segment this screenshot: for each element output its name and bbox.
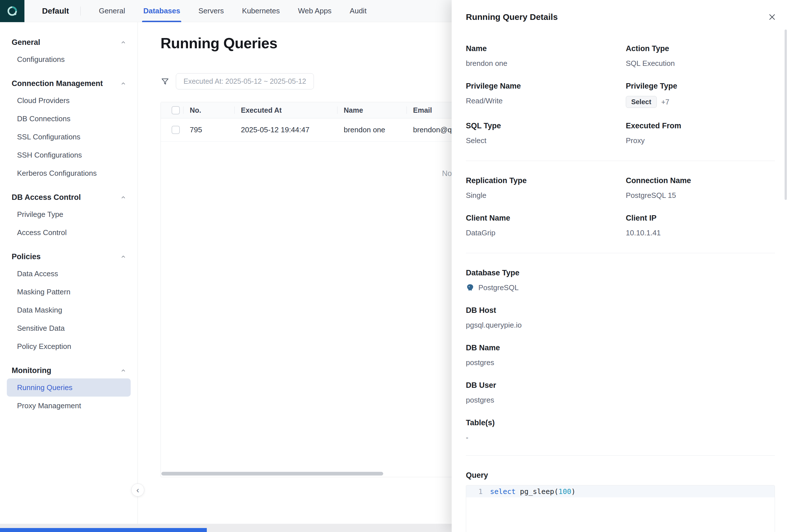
nav-divider [80,6,81,16]
cell-no: 795 [183,125,234,134]
chevron-up-icon [120,40,126,45]
sidebar-item-policy-exception[interactable]: Policy Exception [7,337,131,355]
field-db-user: DB User postgres [466,381,775,405]
code-token: ) [571,487,575,496]
code-token: pg_sleep( [516,487,558,496]
field-label: Query [466,470,775,480]
close-button[interactable] [766,11,779,23]
app-logo[interactable] [0,0,24,22]
field-privilege-name: Privilege Name Read/Write [466,81,626,108]
nav-tab-databases[interactable]: Databases [143,0,180,22]
cell-name: brendon one [337,125,407,134]
field-database-type: Database Type PostgreSQL [466,268,775,292]
row-checkbox[interactable] [172,126,180,134]
field-value: PostgreSQL [478,283,519,292]
workspace-selector[interactable]: Default [42,6,69,16]
field-value: postgres [466,358,775,367]
column-header-no[interactable]: No. [183,106,234,115]
sidebar-item-privilege-type[interactable]: Privilege Type [7,205,131,223]
code-content: select pg_sleep(100) [490,487,575,496]
sidebar-section-connection-management: Connection Management Cloud Providers DB… [0,76,137,182]
section-divider [466,455,775,456]
field-replication-type: Replication Type Single [466,176,626,200]
sidebar-item-kerberos-configurations[interactable]: Kerberos Configurations [7,164,131,182]
sidebar-section-header-monitoring[interactable]: Monitoring [0,363,137,378]
nav-tab-kubernetes[interactable]: Kubernetes [242,0,280,22]
filter-funnel-icon[interactable] [160,77,170,86]
sidebar-item-ssh-configurations[interactable]: SSH Configurations [7,146,131,164]
sidebar-item-cloud-providers[interactable]: Cloud Providers [7,91,131,109]
bottom-accent-bar [0,528,207,532]
sidebar-collapse-button[interactable]: ‹ [131,484,144,496]
field-label: DB Host [466,305,775,315]
sidebar-item-data-masking[interactable]: Data Masking [7,301,131,319]
sidebar-section-title: DB Access Control [12,193,81,202]
sidebar-section-policies: Policies Data Access Masking Pattern Dat… [0,249,137,355]
field-db-host: DB Host pgsql.querypie.io [466,305,775,330]
field-value: PostgreSQL 15 [626,190,775,200]
field-db-name: DB Name postgres [466,343,775,367]
nav-tab-general[interactable]: General [99,0,125,22]
sidebar-section-header-general[interactable]: General [0,35,137,50]
field-value: SQL Execution [626,59,775,68]
code-token-number: 100 [558,487,571,496]
field-client-ip: Client IP 10.10.1.41 [626,213,775,238]
select-all-checkbox[interactable] [172,106,180,115]
nav-tab-web-apps[interactable]: Web Apps [298,0,332,22]
chevron-up-icon [120,368,126,374]
chevron-up-icon [120,81,126,87]
field-connection-name: Connection Name PostgreSQL 15 [626,176,775,200]
sidebar-item-sensitive-data[interactable]: Sensitive Data [7,319,131,337]
header-select-all-cell [161,106,183,115]
field-value: 10.10.1.41 [626,228,775,238]
sidebar-section-title: Connection Management [12,79,103,88]
sidebar-section-db-access-control: DB Access Control Privilege Type Access … [0,190,137,242]
sidebar-item-ssl-configurations[interactable]: SSL Configurations [7,128,131,146]
sidebar-section-title: Policies [12,252,41,261]
field-value: Read/Write [466,96,626,106]
sidebar-item-data-access[interactable]: Data Access [7,265,131,283]
sidebar-item-running-queries[interactable]: Running Queries [7,378,131,396]
field-value: Select [466,136,626,145]
field-value: Proxy [626,136,775,145]
sidebar-item-masking-pattern[interactable]: Masking Pattern [7,283,131,301]
sidebar-section-header-db-access-control[interactable]: DB Access Control [0,190,137,205]
field-value: DataGrip [466,228,626,238]
field-label: Connection Name [626,176,775,185]
privilege-type-more-count[interactable]: +7 [661,98,670,106]
chevron-up-icon [120,254,126,260]
field-name: Name brendon one [466,44,626,68]
drawer-header: Running Query Details [452,0,788,23]
drawer-scrollbar[interactable] [785,29,787,200]
line-number: 1 [466,487,490,496]
horizontal-scrollbar[interactable] [161,472,383,475]
field-label: Action Type [626,44,775,54]
sidebar-item-access-control[interactable]: Access Control [7,223,131,242]
cell-executed-at: 2025-05-12 19:44:47 [234,125,337,134]
chevron-left-icon: ‹ [136,486,139,494]
column-header-executed-at[interactable]: Executed At [234,106,337,115]
column-header-name[interactable]: Name [337,106,407,115]
sidebar-item-configurations[interactable]: Configurations [7,50,131,68]
executed-at-filter[interactable]: Executed At: 2025-05-12 ~ 2025-05-12 [176,73,314,89]
nav-tab-audit[interactable]: Audit [350,0,367,22]
code-token-keyword: select [490,487,516,496]
sidebar-section-header-policies[interactable]: Policies [0,249,137,265]
sidebar-section-general: General Configurations [0,35,137,68]
field-privilege-type: Privilege Type Select +7 [626,81,775,108]
drawer-title: Running Query Details [466,12,558,22]
query-editor[interactable]: 1 select pg_sleep(100) [466,485,775,532]
sidebar-item-db-connections[interactable]: DB Connections [7,109,131,128]
nav-tab-servers[interactable]: Servers [198,0,224,22]
field-label: Executed From [626,121,775,130]
close-icon [767,12,777,22]
sidebar-section-header-connection-management[interactable]: Connection Management [0,76,137,91]
privilege-type-chip[interactable]: Select [626,96,657,108]
code-line: 1 select pg_sleep(100) [466,486,775,497]
field-tables: Table(s) - [466,418,775,442]
sidebar-item-proxy-management[interactable]: Proxy Management [7,396,131,415]
sidebar-section-title: General [12,38,40,47]
row-select-cell [161,126,183,134]
field-label: Database Type [466,268,775,278]
field-label: Privilege Type [626,81,775,91]
